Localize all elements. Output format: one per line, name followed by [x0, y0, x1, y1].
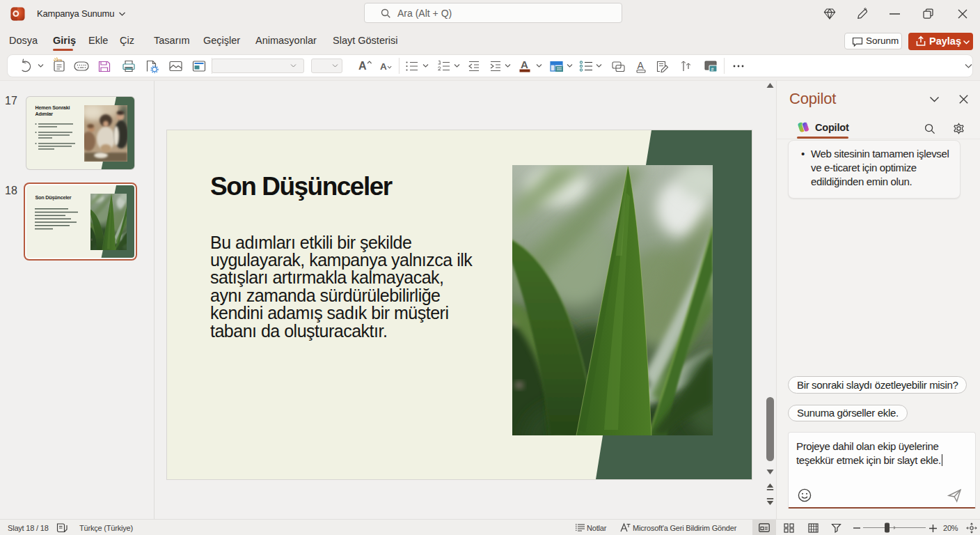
svg-text:A: A — [521, 59, 528, 70]
svg-text:A: A — [358, 60, 367, 72]
svg-text:A: A — [638, 60, 645, 71]
svg-text:#: # — [711, 67, 714, 72]
svg-text:A: A — [380, 61, 387, 72]
